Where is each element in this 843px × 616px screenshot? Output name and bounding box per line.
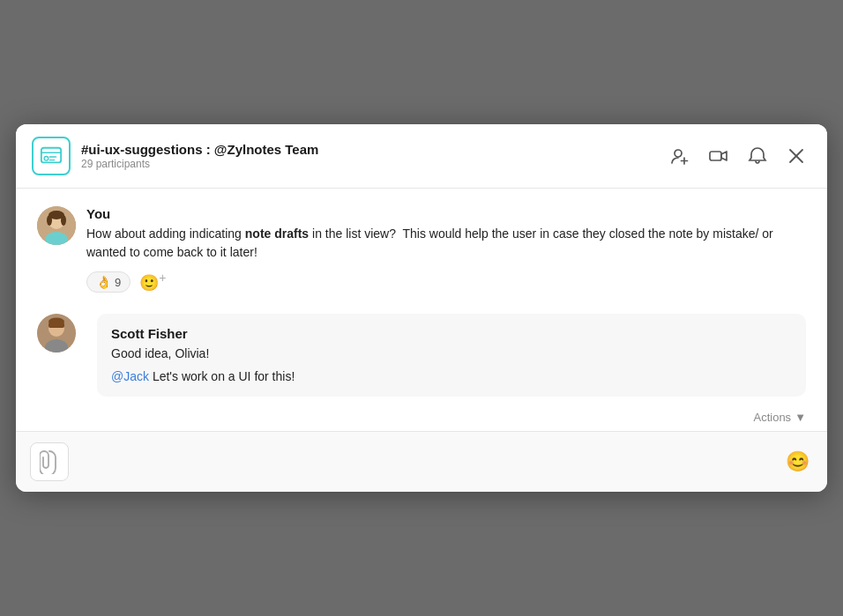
header: #ui-ux-suggestions : @Zylnotes Team 29 p… [16, 124, 827, 189]
svg-point-15 [47, 215, 52, 226]
add-reaction-button[interactable]: 🙂+ [138, 271, 168, 293]
avatar-you [37, 206, 76, 245]
actions-chevron-icon: ▼ [795, 411, 806, 424]
message-scott-line2-rest: Let's work on a UI for this! [149, 369, 295, 383]
video-button[interactable] [704, 141, 734, 171]
header-info: #ui-ux-suggestions : @Zylnotes Team 29 p… [81, 142, 665, 170]
reactions: 👌 9 🙂+ [86, 271, 806, 293]
input-area: 😊 [16, 431, 827, 492]
svg-point-2 [44, 156, 48, 160]
svg-rect-21 [48, 323, 64, 328]
messages-area: You How about adding indicating note dra… [16, 189, 827, 408]
add-user-button[interactable] [665, 141, 695, 171]
svg-point-16 [61, 215, 66, 226]
bold-note-drafts: note drafts [245, 226, 309, 241]
close-button[interactable] [781, 141, 811, 171]
actions-row: Actions ▼ [16, 407, 827, 431]
actions-label: Actions [753, 411, 791, 424]
message-you-text: How about adding indicating note drafts … [86, 225, 806, 263]
chat-window: #ui-ux-suggestions : @Zylnotes Team 29 p… [16, 124, 827, 493]
message-you: You How about adding indicating note dra… [37, 206, 806, 293]
channel-title: #ui-ux-suggestions : @Zylnotes Team [81, 142, 665, 157]
message-input[interactable] [78, 455, 773, 469]
reaction-count: 9 [115, 276, 121, 289]
avatar-scott [37, 314, 76, 353]
channel-icon [32, 137, 71, 175]
emoji-button[interactable]: 😊 [782, 450, 813, 473]
message-scott-line2: @Jack Let's work on a UI for this! [111, 367, 792, 387]
message-scott: Scott Fisher Good idea, Olivia! @Jack Le… [37, 314, 806, 397]
svg-rect-8 [710, 152, 721, 160]
author-you: You [86, 206, 806, 221]
svg-point-5 [675, 150, 682, 157]
mention-jack[interactable]: @Jack [111, 369, 149, 383]
scott-bubble: Scott Fisher Good idea, Olivia! @Jack Le… [97, 314, 806, 397]
reaction-ok[interactable]: 👌 9 [86, 271, 131, 293]
message-you-content: You How about adding indicating note dra… [86, 206, 806, 293]
author-scott: Scott Fisher [111, 326, 792, 341]
attach-button[interactable] [30, 442, 69, 481]
message-scott-line1: Good idea, Olivia! [111, 345, 792, 364]
actions-button[interactable]: Actions ▼ [753, 411, 806, 424]
bell-button[interactable] [742, 141, 772, 171]
participants-count: 29 participants [81, 158, 665, 170]
reaction-emoji: 👌 [96, 275, 111, 289]
header-actions [665, 141, 811, 171]
